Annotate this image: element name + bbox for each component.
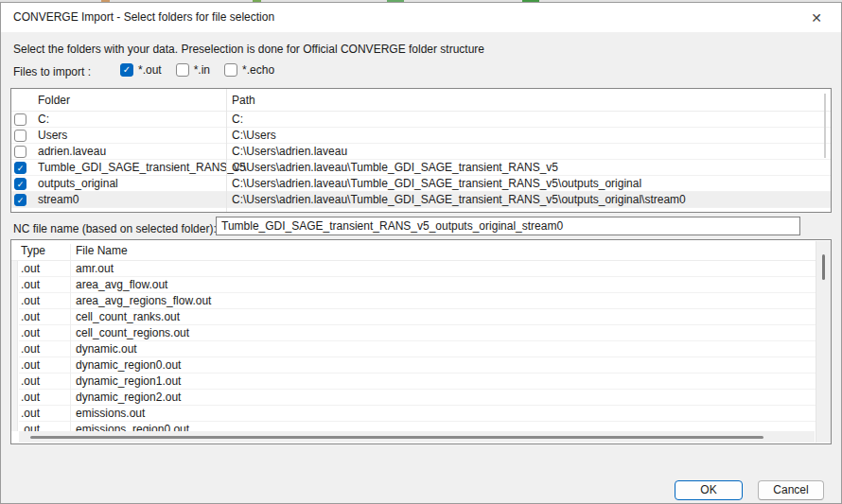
folder-table-column-divider — [226, 89, 227, 212]
folder-name: C: — [38, 112, 49, 127]
folder-name: stream0 — [38, 192, 79, 207]
file-row[interactable]: .out dynamic_region0.out — [19, 357, 816, 374]
file-name: amr.out — [76, 261, 114, 276]
checkbox-in[interactable] — [176, 63, 189, 77]
check-icon: ✓ — [17, 163, 25, 174]
file-type: .out — [21, 325, 40, 340]
file-type-options: ✓ *.out *.in *.echo — [120, 63, 274, 77]
file-type: .out — [21, 406, 40, 421]
column-header-filename[interactable]: File Name — [76, 240, 128, 261]
table-row[interactable]: ✓ Tumble_GDI_SAGE_transient_RANS_v5 C:\U… — [11, 160, 831, 176]
file-type: .out — [21, 277, 40, 292]
folder-name: Tumble_GDI_SAGE_transient_RANS_v5 — [38, 160, 246, 175]
close-button[interactable]: ✕ — [807, 9, 826, 27]
column-header-folder[interactable]: Folder — [38, 89, 70, 112]
column-header-type[interactable]: Type — [21, 240, 45, 261]
file-row[interactable]: .out dynamic_region1.out — [19, 374, 816, 390]
close-icon: ✕ — [811, 10, 822, 26]
folder-checkbox[interactable] — [14, 113, 26, 126]
file-table-vertical-scrollbar[interactable] — [816, 241, 831, 443]
checkbox-echo[interactable] — [224, 63, 237, 77]
folder-table-header: Folder Path — [11, 89, 831, 112]
option-echo-label: *.echo — [242, 63, 274, 77]
check-icon: ✓ — [17, 179, 25, 190]
nc-file-name-label: NC file name (based on selected folder): — [13, 222, 217, 235]
folder-path: C:\Users\adrien.laveau — [232, 144, 347, 159]
file-row[interactable]: .out dynamic.out — [19, 341, 816, 357]
file-name: dynamic.out — [76, 341, 137, 356]
option-in-label: *.in — [194, 63, 210, 77]
file-type: .out — [21, 374, 40, 389]
folder-checkbox[interactable]: ✓ — [14, 178, 26, 190]
folder-path: C:\Users\adrien.laveau\Tumble_GDI_SAGE_t… — [232, 160, 558, 175]
file-table-vertical-scrollbar-thumb[interactable] — [822, 254, 825, 280]
table-row-selected[interactable]: ✓ stream0 C:\Users\adrien.laveau\Tumble_… — [11, 192, 831, 208]
nc-file-name-input[interactable] — [216, 217, 800, 235]
file-name: cell_count_ranks.out — [76, 309, 180, 324]
folder-checkbox[interactable]: ✓ — [14, 194, 26, 206]
file-row[interactable]: .out amr.out — [19, 261, 816, 277]
table-row[interactable]: C: C: — [11, 112, 831, 128]
folder-checkbox[interactable] — [14, 146, 26, 158]
file-row[interactable]: .out dynamic_region2.out — [19, 390, 816, 406]
folder-name: Users — [38, 128, 67, 143]
file-row[interactable]: .out cell_count_regions.out — [19, 325, 816, 341]
folder-name: adrien.laveau — [38, 144, 106, 159]
ok-button[interactable]: OK — [675, 480, 743, 500]
table-row[interactable]: adrien.laveau C:\Users\adrien.laveau — [11, 144, 831, 160]
folder-table-scrollbar-thumb[interactable] — [824, 94, 826, 158]
file-name: cell_count_regions.out — [76, 325, 189, 340]
file-row[interactable]: .out emissions.out — [19, 406, 816, 422]
file-name: emissions.out — [76, 406, 145, 421]
file-type: .out — [21, 341, 40, 356]
column-header-path[interactable]: Path — [232, 89, 255, 112]
folder-checkbox[interactable] — [14, 130, 26, 142]
file-type: .out — [21, 261, 40, 276]
table-row[interactable]: Users C:\Users — [11, 128, 831, 144]
file-table-horizontal-scrollbar-thumb[interactable] — [30, 436, 763, 439]
option-out-label: *.out — [138, 63, 162, 77]
file-table: Type File Name .out amr.out .out area_av… — [10, 239, 832, 444]
file-type: .out — [21, 422, 40, 431]
table-row[interactable]: ✓ outputs_original C:\Users\adrien.lavea… — [11, 176, 831, 192]
file-list: .out amr.out .out area_avg_flow.out .out… — [19, 261, 816, 431]
file-type: .out — [21, 309, 40, 324]
file-table-header: Type File Name — [11, 240, 831, 261]
converge-import-dialog: CONVERGE Import - Select folders for fil… — [0, 2, 842, 504]
file-type: .out — [21, 390, 40, 405]
file-row[interactable]: .out cell_count_ranks.out — [19, 309, 816, 325]
check-icon: ✓ — [123, 64, 131, 76]
checkbox-out[interactable]: ✓ — [120, 63, 133, 77]
option-in[interactable]: *.in — [176, 63, 210, 77]
folder-path: C:\Users — [232, 128, 276, 143]
check-icon: ✓ — [17, 195, 25, 206]
file-row[interactable]: .out area_avg_flow.out — [19, 277, 816, 293]
folder-path: C:\Users\adrien.laveau\Tumble_GDI_SAGE_t… — [232, 192, 686, 207]
file-name: dynamic_region1.out — [76, 374, 181, 389]
file-table-column-divider — [70, 244, 71, 431]
file-name: emissions_region0.out — [76, 422, 189, 431]
file-name: dynamic_region0.out — [76, 357, 181, 373]
file-type: .out — [21, 293, 40, 308]
file-row[interactable]: .out area_avg_regions_flow.out — [19, 293, 816, 309]
file-name: dynamic_region2.out — [76, 390, 181, 405]
files-to-import-label: Files to import : — [13, 65, 91, 78]
file-name: area_avg_regions_flow.out — [76, 293, 211, 308]
file-type: .out — [21, 357, 40, 373]
file-table-row-gutter — [11, 261, 18, 431]
folder-checkbox[interactable]: ✓ — [14, 162, 26, 174]
folder-path: C: — [232, 112, 243, 127]
folder-path: C:\Users\adrien.laveau\Tumble_GDI_SAGE_t… — [232, 176, 641, 191]
folder-table: Folder Path C: C: Users C:\Users adrien.… — [10, 88, 832, 213]
file-row[interactable]: .out emissions_region0.out — [19, 422, 816, 431]
option-echo[interactable]: *.echo — [224, 63, 274, 77]
file-name: area_avg_flow.out — [76, 277, 167, 292]
titlebar[interactable]: CONVERGE Import - Select folders for fil… — [1, 3, 841, 32]
instruction-text: Select the folders with your data. Prese… — [13, 43, 484, 56]
dialog-title: CONVERGE Import - Select folders for fil… — [13, 3, 274, 32]
folder-name: outputs_original — [38, 176, 118, 191]
file-table-horizontal-scrollbar[interactable] — [19, 431, 815, 443]
option-out[interactable]: ✓ *.out — [120, 63, 162, 77]
cancel-button[interactable]: Cancel — [758, 480, 824, 500]
